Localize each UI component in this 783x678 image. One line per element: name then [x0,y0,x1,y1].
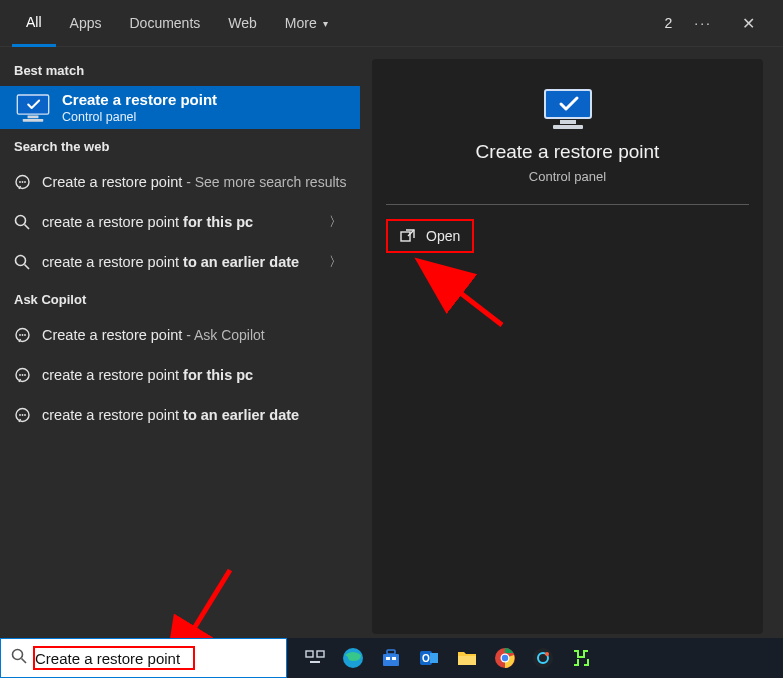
best-match-subtitle: Control panel [62,110,217,124]
taskbar: O [0,638,783,678]
store-icon[interactable] [377,644,405,672]
result-text: Create a restore point - See more search… [42,173,348,192]
file-explorer-icon[interactable] [453,644,481,672]
chevron-right-icon[interactable]: 〉 [323,213,348,231]
tab-documents[interactable]: Documents [115,0,214,47]
tab-apps[interactable]: Apps [56,0,116,47]
copilot-result-item[interactable]: create a restore point to an earlier dat… [0,395,360,435]
svg-point-14 [24,334,26,336]
preview-divider [386,204,749,205]
app-icon-1[interactable] [529,644,557,672]
search-input[interactable] [35,650,265,667]
svg-rect-24 [560,120,576,124]
chat-icon [14,327,42,344]
search-icon [14,254,42,270]
chrome-icon[interactable] [491,644,519,672]
preview-card: Create a restore point Control panel Ope… [372,59,763,634]
svg-rect-2 [23,118,43,121]
result-text: create a restore point for this pc [42,366,348,385]
svg-point-21 [22,414,24,416]
section-ask-copilot: Ask Copilot [0,282,360,315]
section-best-match: Best match [0,53,360,86]
app-icon-2[interactable] [567,644,595,672]
preview-title: Create a restore point [372,141,763,163]
svg-point-12 [19,334,21,336]
svg-point-46 [533,648,553,668]
tabs-row: All Apps Documents Web More▾ 2 ··· ✕ [0,0,783,47]
svg-rect-31 [306,651,313,657]
web-result-item[interactable]: Create a restore point - See more search… [0,162,360,202]
top-right-controls: 2 ··· ✕ [665,10,771,37]
outlook-icon[interactable]: O [415,644,443,672]
web-result-item[interactable]: create a restore point for this pc〉 [0,202,360,242]
search-icon [14,214,42,230]
close-button[interactable]: ✕ [734,10,763,37]
chat-icon [14,367,42,384]
svg-rect-42 [458,656,476,665]
svg-point-6 [24,181,26,183]
svg-rect-23 [545,90,591,118]
best-match-item[interactable]: Create a restore point Control panel [0,86,360,129]
tab-label: More [285,15,317,31]
preview-column: Create a restore point Control panel Ope… [360,47,783,640]
copilot-result-item[interactable]: create a restore point for this pc [0,355,360,395]
svg-point-16 [19,374,21,376]
svg-point-13 [22,334,24,336]
results-column: Best match Create a restore point Contro… [0,47,360,640]
edge-icon[interactable] [339,644,367,672]
tab-label: Apps [70,15,102,31]
svg-rect-35 [383,654,399,666]
svg-point-48 [545,652,549,656]
svg-point-17 [22,374,24,376]
result-count: 2 [665,15,673,31]
web-result-item[interactable]: create a restore point to an earlier dat… [0,242,360,282]
chevron-down-icon: ▾ [323,18,328,29]
svg-point-20 [19,414,21,416]
tab-label: All [26,14,42,30]
svg-point-29 [13,650,23,660]
chevron-right-icon[interactable]: 〉 [323,253,348,271]
svg-rect-0 [17,95,48,114]
taskbar-icons: O [301,644,595,672]
svg-point-22 [24,414,26,416]
svg-rect-1 [28,115,39,118]
taskbar-search-box[interactable] [0,638,287,678]
system-protection-icon [541,87,595,131]
svg-text:O: O [422,653,430,664]
search-panel: All Apps Documents Web More▾ 2 ··· ✕ Bes… [0,0,783,640]
more-options-button[interactable]: ··· [694,15,712,31]
open-button[interactable]: Open [386,219,474,253]
tab-web[interactable]: Web [214,0,271,47]
system-protection-icon [14,93,52,123]
svg-rect-37 [386,657,390,660]
tab-all[interactable]: All [12,0,56,47]
best-match-title: Create a restore point [62,91,217,108]
tab-label: Web [228,15,257,31]
svg-line-8 [25,225,30,230]
svg-rect-41 [430,653,438,663]
copilot-result-item[interactable]: Create a restore point - Ask Copilot [0,315,360,355]
svg-rect-33 [310,661,320,663]
search-icon [11,648,27,668]
svg-point-9 [16,256,26,266]
svg-rect-26 [401,232,410,241]
tab-label: Documents [129,15,200,31]
svg-rect-32 [317,651,324,657]
svg-point-4 [19,181,21,183]
result-text: create a restore point to an earlier dat… [42,253,323,272]
chat-icon [14,174,42,191]
tab-more[interactable]: More▾ [271,0,342,47]
svg-line-30 [22,659,27,664]
chat-icon [14,407,42,424]
result-text: create a restore point for this pc [42,213,323,232]
svg-point-45 [502,655,508,661]
svg-rect-25 [553,125,583,129]
open-label: Open [426,228,460,244]
svg-point-7 [16,216,26,226]
svg-line-10 [25,265,30,270]
task-view-icon[interactable] [301,644,329,672]
preview-subtitle: Control panel [372,169,763,184]
result-text: create a restore point to an earlier dat… [42,406,348,425]
result-text: Create a restore point - Ask Copilot [42,326,348,345]
svg-rect-36 [387,650,395,654]
